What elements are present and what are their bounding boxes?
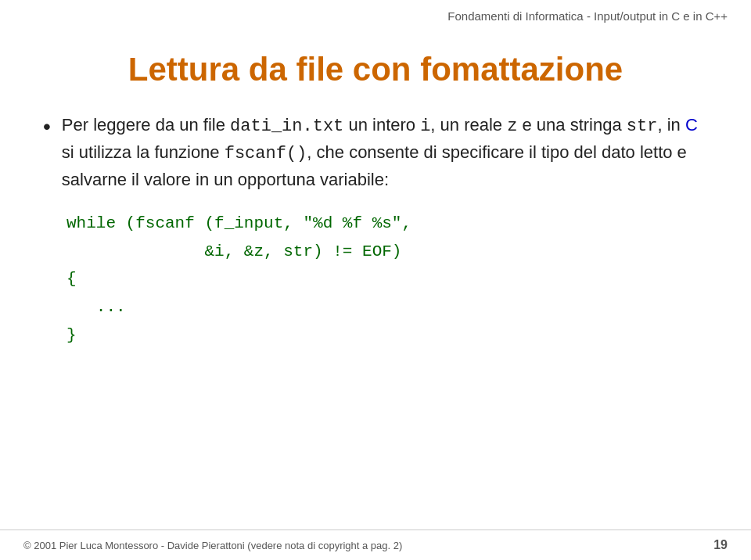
bullet-dot: • [43,110,51,143]
code-dati-in: dati_in.txt [230,117,343,136]
code-line-1: while (fscanf (f_input, "%d %f %s", [66,210,708,238]
bullet-text: Per leggere da un file dati_in.txt un in… [62,112,708,192]
header-bar: Fondamenti di Informatica - Input/output… [0,0,751,31]
text-un-reale: , un reale [430,115,507,135]
slide-title: Lettura da file con fomattazione [43,51,708,88]
code-line-2: &i, &z, str) != EOF) [66,238,708,266]
code-block: while (fscanf (f_input, "%d %f %s", &i, … [66,210,708,349]
text-stringa: e una stringa [517,115,626,135]
text-in: , in [657,115,685,135]
code-line-4: ... [66,293,708,321]
content-area: Lettura da file con fomattazione • Per l… [43,43,708,517]
code-z: z [507,117,517,136]
code-fscanf: fscanf() [225,144,307,163]
text-per-leggere: Per leggere da un file [62,115,230,135]
text-c-letter: C [685,115,698,135]
header-title: Fondamenti di Informatica - Input/output… [447,9,728,23]
code-str: str [627,117,658,136]
footer-copyright: © 2001 Pier Luca Montessoro - Davide Pie… [23,540,402,551]
code-line-3: { [66,265,708,293]
text-un-intero: un intero [343,115,420,135]
bullet-item: • Per leggere da un file dati_in.txt un … [43,112,708,192]
text-utilizza: si utilizza la funzione [62,142,225,162]
footer: © 2001 Pier Luca Montessoro - Davide Pie… [0,529,751,560]
bullet-section: • Per leggere da un file dati_in.txt un … [43,112,708,192]
footer-page-number: 19 [713,538,728,552]
code-line-5: } [66,321,708,350]
slide: Fondamenti di Informatica - Input/output… [0,0,751,560]
code-i: i [420,117,430,136]
